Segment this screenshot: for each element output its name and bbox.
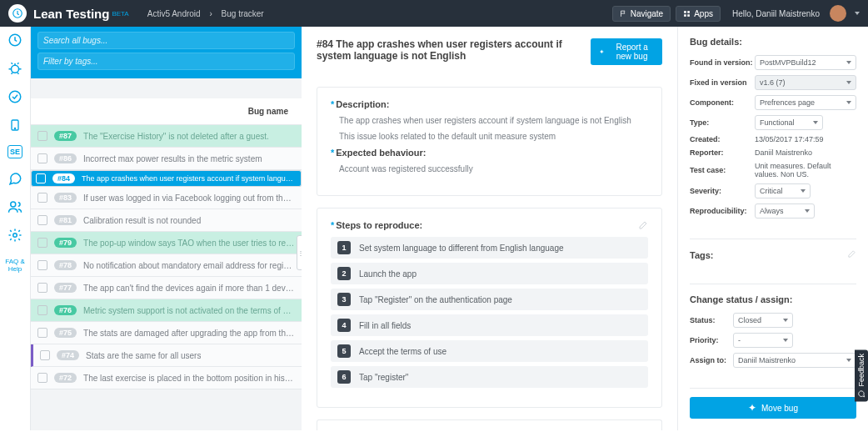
breadcrumb-section[interactable]: Bug tracker xyxy=(222,9,264,18)
bug-row[interactable]: #78 No notification about mandatory emai… xyxy=(31,254,302,277)
reporter-value: Daniil Maistrenko xyxy=(755,148,856,157)
svg-point-10 xyxy=(11,202,16,207)
bug-row-title: The app crashes when user registers acco… xyxy=(82,174,297,183)
row-checkbox[interactable] xyxy=(37,131,47,141)
edit-tags-icon[interactable] xyxy=(847,249,856,260)
user-menu-caret-icon[interactable] xyxy=(855,12,860,15)
row-checkbox[interactable] xyxy=(37,238,47,248)
step-number: 3 xyxy=(337,293,351,306)
faq-link[interactable]: FAQ & Help xyxy=(0,259,30,274)
bug-id-badge: #72 xyxy=(54,373,77,383)
avatar[interactable] xyxy=(830,5,846,22)
svg-rect-2 xyxy=(687,11,690,13)
brand: Lean Testing xyxy=(33,7,109,21)
bug-row[interactable]: #76 Metric system support is not activat… xyxy=(31,299,302,322)
status-select[interactable]: Closed xyxy=(733,313,793,328)
row-checkbox[interactable] xyxy=(37,328,47,338)
bug-row[interactable]: #74 Stats are the same for all users xyxy=(31,344,302,367)
priority-select[interactable]: - xyxy=(733,333,793,348)
se-icon[interactable]: SE xyxy=(7,145,22,158)
bug-id-badge: #74 xyxy=(57,350,79,360)
topbar: Lean Testing BETA Activ5 Android › Bug t… xyxy=(0,0,868,27)
bug-row[interactable]: #77 The app can't find the devices again… xyxy=(31,277,302,299)
bug-row[interactable]: #81 Calibration result is not rounded xyxy=(31,209,302,232)
row-checkbox[interactable] xyxy=(37,305,47,315)
bug-row-title: The "Exercise History" is not deleted af… xyxy=(83,132,269,141)
svg-rect-1 xyxy=(684,11,686,13)
chat-icon[interactable] xyxy=(7,170,23,187)
bug-row[interactable]: #79 The pop-up window says TAO when the … xyxy=(31,232,302,254)
bug-detail: #84 The app crashes when user registers … xyxy=(302,27,677,430)
bug-id-badge: #84 xyxy=(52,173,75,183)
greeting: Hello, Daniil Maistrenko xyxy=(732,9,820,18)
search-input[interactable] xyxy=(37,32,295,49)
bug-row[interactable]: #86 Incorrect max power results in the m… xyxy=(31,148,302,170)
flag-icon xyxy=(620,10,627,18)
priority-label: Priority: xyxy=(690,336,733,344)
report-bug-button[interactable]: Report a new bug xyxy=(591,38,662,65)
repro-select[interactable]: Always xyxy=(755,203,815,219)
device-icon[interactable] xyxy=(7,117,23,133)
bug-row[interactable]: #75 The stats are damaged after upgradin… xyxy=(31,322,302,344)
bug-row-title: Incorrect max power results in the metri… xyxy=(83,154,262,163)
row-checkbox[interactable] xyxy=(37,153,47,163)
row-checkbox[interactable] xyxy=(36,173,46,183)
sidebar-icons: SE FAQ & Help xyxy=(0,27,31,430)
svg-rect-3 xyxy=(684,14,686,17)
breadcrumb-project[interactable]: Activ5 Android xyxy=(147,9,201,18)
svg-point-6 xyxy=(12,65,19,73)
bug-icon[interactable] xyxy=(7,60,23,77)
found-in-select[interactable]: PostMVPBuild12 xyxy=(755,55,856,70)
bug-list: #87 The "Exercise History" is not delete… xyxy=(31,125,302,430)
steps-label: *Steps to reproduce: xyxy=(331,220,648,230)
svg-point-7 xyxy=(9,91,21,103)
row-checkbox[interactable] xyxy=(40,350,50,360)
move-bug-button[interactable]: ✦Move bug xyxy=(690,397,856,419)
edit-steps-icon[interactable] xyxy=(638,220,648,232)
row-checkbox[interactable] xyxy=(37,373,47,383)
status-label: Status: xyxy=(690,316,733,324)
type-label: Type: xyxy=(690,118,755,127)
fixed-in-select[interactable]: v1.6 (7) xyxy=(755,75,856,90)
description-line: This issue looks related to the default … xyxy=(339,132,648,141)
bug-row[interactable]: #72 The last exercise is placed in the b… xyxy=(31,367,302,389)
bug-id-badge: #78 xyxy=(54,260,77,270)
tag-filter-input[interactable] xyxy=(37,53,295,70)
row-checkbox[interactable] xyxy=(37,283,47,293)
clock-icon[interactable] xyxy=(7,32,23,48)
row-checkbox[interactable] xyxy=(37,215,47,225)
assign-select[interactable]: Daniil Maistrenko xyxy=(733,353,856,368)
step-number: 4 xyxy=(337,319,351,332)
created-value: 13/05/2017 17:47:59 xyxy=(755,135,856,143)
step-text: Accept the terms of use xyxy=(359,347,446,356)
svg-point-11 xyxy=(13,234,17,238)
step-number: 1 xyxy=(337,241,351,254)
row-checkbox[interactable] xyxy=(37,260,47,270)
users-icon[interactable] xyxy=(7,198,23,215)
step-row: 3Tap "Register" on the authentication pa… xyxy=(331,289,648,310)
step-text: Fill in all fields xyxy=(359,321,411,330)
severity-select[interactable]: Critical xyxy=(755,183,811,198)
component-select[interactable]: Prefrences page xyxy=(755,95,856,110)
type-select[interactable]: Functional xyxy=(755,115,823,130)
testcase-value: Unit measures. Default values. Non US. xyxy=(755,162,856,178)
reporter-label: Reporter: xyxy=(690,148,755,157)
bug-row[interactable]: #84 The app crashes when user registers … xyxy=(31,170,302,187)
bug-id-badge: #75 xyxy=(54,328,77,338)
side-panel: Bug details: Found in version:PostMVPBui… xyxy=(677,27,868,430)
list-header: Bug name xyxy=(31,98,302,125)
bug-list-column: Bug name #87 The "Exercise History" is n… xyxy=(31,27,302,430)
row-checkbox[interactable] xyxy=(37,193,47,203)
bug-row[interactable]: #87 The "Exercise History" is not delete… xyxy=(31,125,302,148)
repro-label: Reproducibility: xyxy=(690,207,755,215)
apps-button[interactable]: Apps xyxy=(676,6,721,22)
feedback-tab[interactable]: Feedback xyxy=(855,350,868,402)
bug-id-badge: #79 xyxy=(54,238,77,248)
gear-icon[interactable] xyxy=(7,227,23,244)
step-row: 6Tap "register" xyxy=(331,366,648,388)
steps-list: 1Set system language to different from E… xyxy=(331,237,648,388)
navigate-button[interactable]: Navigate xyxy=(612,6,671,22)
bug-id-badge: #83 xyxy=(54,193,77,203)
check-icon[interactable] xyxy=(7,88,23,105)
bug-row[interactable]: #83 If user was logged in via Facebook l… xyxy=(31,187,302,209)
